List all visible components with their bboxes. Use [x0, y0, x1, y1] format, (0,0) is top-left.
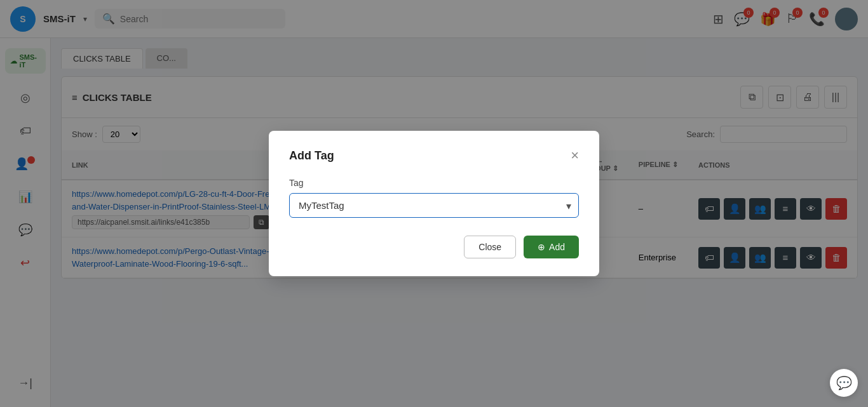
- chat-widget-icon: 💬: [836, 375, 852, 390]
- add-icon: ⊕: [538, 242, 545, 252]
- tag-select[interactable]: MyTestTag Enterprise TestTag2: [289, 193, 579, 218]
- modal-overlay[interactable]: Add Tag × Tag MyTestTag Enterprise TestT…: [0, 0, 868, 407]
- modal-close-btn[interactable]: ×: [571, 149, 579, 163]
- add-btn-label: Add: [549, 242, 565, 252]
- modal-title: Add Tag: [289, 149, 334, 163]
- modal-body: Tag MyTestTag Enterprise TestTag2 ▾: [289, 178, 579, 218]
- tag-field-label: Tag: [289, 178, 579, 188]
- add-tag-modal: Add Tag × Tag MyTestTag Enterprise TestT…: [269, 131, 599, 276]
- tag-select-wrapper: MyTestTag Enterprise TestTag2 ▾: [289, 193, 579, 218]
- chat-widget[interactable]: 💬: [830, 369, 858, 397]
- add-tag-btn[interactable]: ⊕ Add: [524, 236, 579, 258]
- modal-header: Add Tag ×: [289, 149, 579, 163]
- close-modal-btn[interactable]: Close: [464, 236, 516, 258]
- modal-footer: Close ⊕ Add: [289, 236, 579, 258]
